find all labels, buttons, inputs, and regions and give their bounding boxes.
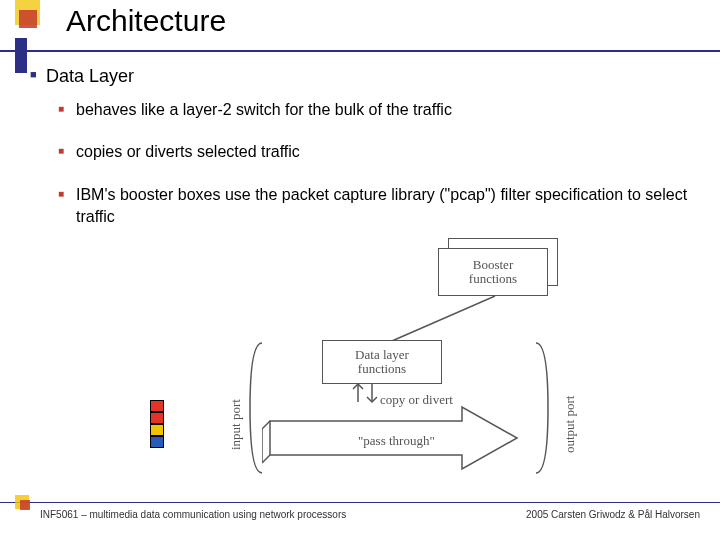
output-port-bracket [530, 338, 560, 478]
output-port-label: output port [562, 396, 578, 453]
input-port-label: input port [228, 399, 244, 450]
legend-yellow-swatch [150, 424, 164, 436]
architecture-diagram: Booster functions Data layer functions c… [200, 238, 620, 488]
footer-left-text: INF5061 – multimedia data communication … [40, 509, 346, 520]
bullet-sub3: IBM's booster boxes use the packet captu… [58, 184, 690, 229]
input-port-bracket [240, 338, 270, 478]
legend-blue-swatch [150, 436, 164, 448]
bullet-sub2: copies or diverts selected traffic [58, 141, 690, 163]
slide-title: Architecture [66, 4, 226, 38]
footer-right-text: 2005 Carsten Griwodz & Pål Halvorsen [526, 509, 700, 520]
legend-red-swatch [150, 400, 164, 412]
data-layer-functions-box: Data layer functions [322, 340, 442, 384]
content-area: Data Layer behaves like a layer-2 switch… [0, 52, 720, 229]
title-bar: Architecture [0, 0, 720, 52]
footer: INF5061 – multimedia data communication … [0, 502, 720, 526]
legend-swatches [150, 400, 164, 448]
footer-accent-red [20, 500, 30, 510]
bullet-level1: Data Layer [30, 66, 690, 87]
bullet-sub1: behaves like a layer-2 switch for the bu… [58, 99, 690, 121]
legend-red-swatch-2 [150, 412, 164, 424]
booster-functions-box: Booster functions [438, 248, 548, 296]
pass-through-label: "pass through" [358, 433, 435, 449]
svg-line-0 [385, 296, 495, 344]
